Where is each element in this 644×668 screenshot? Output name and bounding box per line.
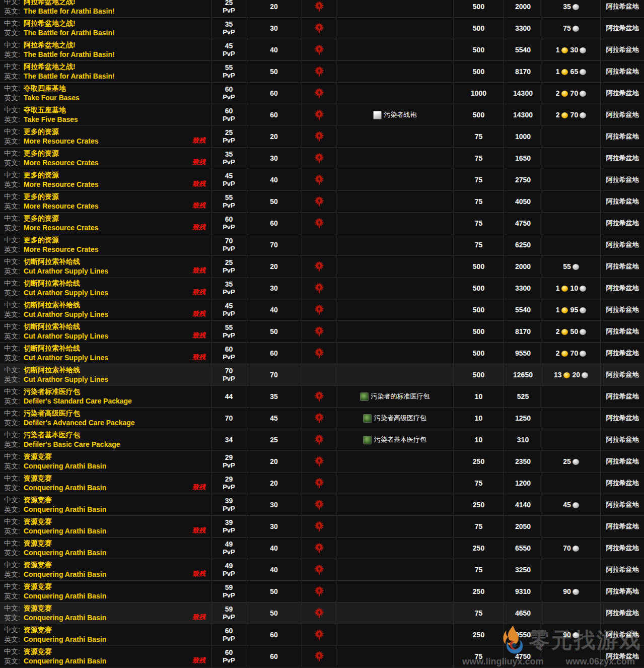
- location-link[interactable]: 阿拉希盆地: [606, 609, 639, 618]
- location-link[interactable]: 阿拉希盆地: [606, 132, 639, 141]
- quest-link-en[interactable]: Conquering Arathi Basin: [24, 657, 106, 665]
- location-link[interactable]: 阿拉希盆地: [606, 240, 639, 249]
- quest-link-zh[interactable]: 切断阿拉索补给线: [24, 366, 80, 374]
- location-cell: 阿拉希盆地: [601, 234, 644, 255]
- location-link[interactable]: 阿拉希盆地: [606, 652, 639, 661]
- quest-link-en[interactable]: Conquering Arathi Basin: [24, 462, 106, 470]
- location-link[interactable]: 阿拉希盆地: [606, 479, 639, 488]
- quest-link-zh[interactable]: 更多的资源: [24, 127, 59, 136]
- quest-link-zh[interactable]: 资源竞赛: [24, 452, 52, 460]
- quest-link-en[interactable]: The Battle for Arathi Basin!: [24, 29, 115, 37]
- quest-link-zh[interactable]: 更多的资源: [24, 214, 59, 222]
- quest-link-zh[interactable]: 更多的资源: [24, 236, 59, 244]
- location-link[interactable]: 阿拉希盆地: [606, 500, 639, 509]
- quest-link-zh[interactable]: 资源竞赛: [24, 474, 52, 482]
- quest-link-en[interactable]: Defiler's Advanced Care Package: [24, 419, 135, 427]
- quest-link-zh[interactable]: 更多的资源: [24, 171, 59, 179]
- location-link[interactable]: 阿拉希盆地: [606, 175, 639, 184]
- quest-link-en[interactable]: Conquering Arathi Basin: [24, 592, 106, 600]
- location-link[interactable]: 阿拉希盆地: [606, 2, 639, 11]
- reward-item-link[interactable]: 污染者基本医疗包: [363, 435, 426, 444]
- location-link[interactable]: 阿拉希高地: [606, 587, 639, 596]
- quest-link-zh[interactable]: 资源竞赛: [24, 539, 52, 547]
- location-link[interactable]: 阿拉希盆地: [606, 24, 639, 33]
- location-link[interactable]: 阿拉希盆地: [606, 110, 639, 119]
- location-link[interactable]: 阿拉希盆地: [606, 45, 639, 54]
- quest-link-en[interactable]: More Resource Crates: [24, 245, 99, 253]
- location-link[interactable]: 阿拉希盆地: [606, 565, 639, 574]
- quest-link-zh[interactable]: 阿拉希盆地之战!: [24, 0, 76, 6]
- quest-link-en[interactable]: More Resource Crates: [24, 180, 99, 188]
- location-link[interactable]: 阿拉希盆地: [606, 457, 639, 466]
- horde-icon: [314, 586, 324, 597]
- quest-link-en[interactable]: More Resource Crates: [24, 137, 99, 145]
- quest-link-zh[interactable]: 夺取四座基地: [24, 84, 66, 92]
- location-link[interactable]: 阿拉希盆地: [606, 154, 639, 163]
- quest-link-en[interactable]: More Resource Crates: [24, 224, 99, 232]
- location-link[interactable]: 阿拉希盆地: [606, 392, 639, 401]
- quest-link-zh[interactable]: 污染者标准医疗包: [24, 387, 80, 395]
- quest-link-zh[interactable]: 夺取五座基地: [24, 106, 66, 114]
- quest-link-zh[interactable]: 资源竞赛: [24, 517, 52, 525]
- location-link[interactable]: 阿拉希盆地: [606, 544, 639, 553]
- location-link[interactable]: 阿拉希盆地: [606, 67, 639, 76]
- quest-link-en[interactable]: Conquering Arathi Basin: [24, 549, 106, 557]
- location-link[interactable]: 阿拉希盆地: [606, 284, 639, 293]
- quest-link-zh[interactable]: 资源竞赛: [24, 582, 52, 590]
- location-link[interactable]: 阿拉希盆地: [606, 349, 639, 358]
- level-cell: 35 PvP: [212, 148, 246, 169]
- quest-link-zh[interactable]: 资源竞赛: [24, 647, 52, 655]
- quest-link-en[interactable]: The Battle for Arathi Basin!: [24, 50, 115, 58]
- quest-link-en[interactable]: Cut Arathor Supply Lines: [24, 267, 108, 275]
- reward-item-link[interactable]: 污染者高级医疗包: [363, 414, 426, 423]
- reward-item-link[interactable]: 污染者的标准医疗包: [360, 392, 430, 401]
- quest-link-zh[interactable]: 污染者基本医疗包: [24, 431, 80, 439]
- location-link[interactable]: 阿拉希盆地: [606, 305, 639, 314]
- quest-link-zh[interactable]: 切断阿拉索补给线: [24, 301, 80, 309]
- quest-link-zh[interactable]: 切断阿拉索补给线: [24, 257, 80, 265]
- quest-link-en[interactable]: Conquering Arathi Basin: [24, 484, 106, 492]
- quest-link-zh[interactable]: 切断阿拉索补给线: [24, 344, 80, 352]
- quest-link-en[interactable]: More Resource Crates: [24, 202, 99, 210]
- location-link[interactable]: 阿拉希盆地: [606, 435, 639, 444]
- quest-link-zh[interactable]: 资源竞赛: [24, 561, 52, 569]
- quest-link-zh[interactable]: 切断阿拉索补给线: [24, 322, 80, 330]
- quest-link-en[interactable]: Conquering Arathi Basin: [24, 570, 106, 578]
- quest-link-zh[interactable]: 阿拉希盆地之战!: [24, 62, 76, 71]
- quest-link-en[interactable]: More Resource Crates: [24, 159, 99, 167]
- reward-item-link[interactable]: 污染者战袍: [373, 110, 417, 119]
- quest-link-en[interactable]: Conquering Arathi Basin: [24, 635, 106, 643]
- quest-link-en[interactable]: Cut Arathor Supply Lines: [24, 289, 108, 297]
- location-link[interactable]: 阿拉希盆地: [606, 630, 639, 639]
- quest-link-zh[interactable]: 更多的资源: [24, 149, 59, 157]
- location-link[interactable]: 阿拉希盆地: [606, 219, 639, 228]
- quest-link-en[interactable]: Cut Arathor Supply Lines: [24, 310, 108, 318]
- quest-link-en[interactable]: Defiler's Basic Care Package: [24, 440, 120, 448]
- location-link[interactable]: 阿拉希盆地: [606, 522, 639, 531]
- quest-link-zh[interactable]: 资源竞赛: [24, 604, 52, 612]
- quest-link-en[interactable]: Cut Arathor Supply Lines: [24, 332, 108, 340]
- quest-link-zh[interactable]: 切断阿拉索补给线: [24, 279, 80, 287]
- quest-link-en[interactable]: Cut Arathor Supply Lines: [24, 375, 108, 383]
- quest-link-en[interactable]: The Battle for Arathi Basin!: [24, 7, 115, 15]
- quest-link-en[interactable]: The Battle for Arathi Basin!: [24, 72, 115, 80]
- quest-link-zh[interactable]: 更多的资源: [24, 192, 59, 201]
- location-link[interactable]: 阿拉希盆地: [606, 414, 639, 423]
- quest-link-en[interactable]: Take Four Bases: [24, 94, 80, 102]
- quest-link-zh[interactable]: 阿拉希盆地之战!: [24, 19, 76, 27]
- location-link[interactable]: 阿拉希盆地: [606, 262, 639, 271]
- quest-link-zh[interactable]: 阿拉希盆地之战!: [24, 41, 76, 49]
- quest-link-en[interactable]: Defiler's Standard Care Package: [24, 397, 132, 405]
- quest-link-en[interactable]: Cut Arathor Supply Lines: [24, 354, 108, 362]
- location-link[interactable]: 阿拉希盆地: [606, 327, 639, 336]
- quest-link-en[interactable]: Take Five Bases: [24, 115, 78, 123]
- location-link[interactable]: 阿拉希盆地: [606, 89, 639, 98]
- location-link[interactable]: 阿拉希盆地: [606, 197, 639, 206]
- quest-link-en[interactable]: Conquering Arathi Basin: [24, 505, 106, 513]
- quest-link-zh[interactable]: 污染者高级医疗包: [24, 409, 80, 417]
- quest-link-en[interactable]: Conquering Arathi Basin: [24, 527, 106, 535]
- quest-link-zh[interactable]: 资源竞赛: [24, 496, 52, 504]
- quest-link-zh[interactable]: 资源竞赛: [24, 626, 52, 634]
- quest-link-en[interactable]: Conquering Arathi Basin: [24, 614, 106, 622]
- location-link[interactable]: 阿拉希盆地: [606, 370, 639, 379]
